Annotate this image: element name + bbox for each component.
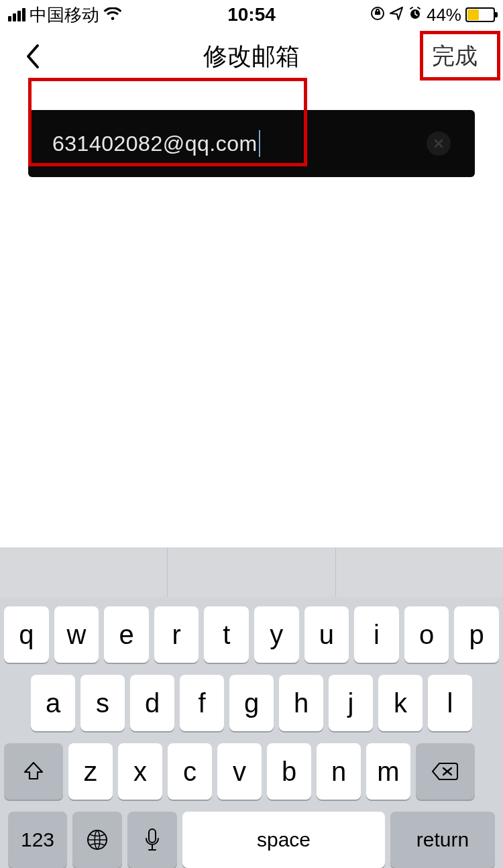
key-x[interactable]: x	[118, 743, 162, 800]
key-c[interactable]: c	[168, 743, 212, 800]
key-row-1: q w e r t y u i o p	[4, 606, 499, 663]
back-button[interactable]	[19, 36, 46, 76]
key-u[interactable]: u	[304, 606, 349, 663]
key-m[interactable]: m	[366, 743, 410, 800]
numbers-key[interactable]: 123	[8, 812, 67, 868]
space-key[interactable]: space	[182, 812, 385, 868]
battery-percent: 44%	[427, 5, 461, 25]
wifi-icon	[103, 7, 122, 22]
carrier-label: 中国移动	[30, 3, 99, 27]
key-b[interactable]: b	[267, 743, 311, 800]
key-n[interactable]: n	[317, 743, 361, 800]
status-left: 中国移动	[8, 3, 122, 27]
key-e[interactable]: e	[104, 606, 149, 663]
key-z[interactable]: z	[68, 743, 113, 800]
key-y[interactable]: y	[254, 606, 299, 663]
key-d[interactable]: d	[130, 675, 174, 731]
content-area: 631402082@qq.com	[0, 83, 503, 177]
key-row-3: z x c v b n m	[4, 743, 499, 800]
clock: 10:54	[227, 4, 276, 25]
email-highlight-box	[28, 78, 307, 166]
key-t[interactable]: t	[204, 606, 249, 663]
clear-button[interactable]	[427, 131, 451, 156]
page-title: 修改邮箱	[203, 40, 300, 73]
key-r[interactable]: r	[154, 606, 199, 663]
key-g[interactable]: g	[229, 675, 274, 731]
nav-bar: 修改邮箱 完成	[0, 30, 503, 83]
key-o[interactable]: o	[404, 606, 449, 663]
svg-rect-3	[149, 829, 156, 843]
status-bar: 中国移动 10:54 44%	[0, 0, 503, 30]
key-h[interactable]: h	[279, 675, 323, 731]
signal-icon	[8, 8, 25, 21]
key-q[interactable]: q	[4, 606, 49, 663]
done-highlight-box	[420, 31, 500, 80]
key-a[interactable]: a	[31, 675, 75, 731]
suggestion-slot[interactable]	[168, 547, 335, 597]
key-p[interactable]: p	[454, 606, 499, 663]
key-s[interactable]: s	[80, 675, 125, 731]
key-row-2: a s d f g h j k l	[4, 675, 499, 731]
key-row-bottom: 123 space return	[4, 812, 499, 868]
return-key[interactable]: return	[390, 812, 495, 868]
key-w[interactable]: w	[54, 606, 99, 663]
backspace-key[interactable]	[416, 743, 475, 800]
key-j[interactable]: j	[329, 675, 373, 731]
key-l[interactable]: l	[428, 675, 472, 731]
suggestion-slot[interactable]	[0, 547, 168, 597]
suggestion-bar[interactable]	[0, 547, 503, 597]
battery-icon	[465, 7, 495, 22]
alarm-icon	[408, 5, 423, 25]
mic-key[interactable]	[127, 812, 177, 868]
key-v[interactable]: v	[217, 743, 262, 800]
location-icon	[389, 5, 404, 25]
keyboard: q w e r t y u i o p a s d f g h j k l	[0, 547, 503, 868]
shift-key[interactable]	[4, 743, 63, 800]
suggestion-slot[interactable]	[336, 547, 503, 597]
key-i[interactable]: i	[354, 606, 399, 663]
key-k[interactable]: k	[378, 675, 423, 731]
status-right: 44%	[370, 5, 495, 25]
key-f[interactable]: f	[180, 675, 224, 731]
orientation-lock-icon	[370, 5, 385, 25]
globe-key[interactable]	[72, 812, 122, 868]
